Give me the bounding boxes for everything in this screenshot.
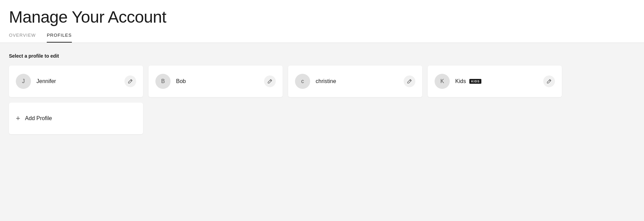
profile-left-bob: B Bob <box>155 74 186 89</box>
pencil-icon <box>547 79 552 84</box>
profile-name-bob: Bob <box>176 78 186 84</box>
edit-button-bob[interactable] <box>264 75 276 87</box>
profile-left-jennifer: J Jennifer <box>16 74 56 89</box>
profile-card-jennifer[interactable]: J Jennifer <box>9 66 143 97</box>
tabs-nav: OVERVIEW PROFILES <box>9 33 635 43</box>
profiles-grid: J Jennifer B Bob <box>9 66 635 97</box>
pencil-icon <box>407 79 412 84</box>
profile-card-christine[interactable]: c christine <box>288 66 422 97</box>
tab-profiles[interactable]: PROFILES <box>47 33 72 43</box>
tab-overview[interactable]: OVERVIEW <box>9 33 36 43</box>
profile-name-christine: christine <box>316 78 336 84</box>
pencil-icon <box>268 79 272 84</box>
profile-left-kids: K Kids KIDS <box>435 74 481 89</box>
avatar-jennifer: J <box>16 74 31 89</box>
add-profile-inner: + Add Profile <box>16 115 52 122</box>
page-header: Manage Your Account OVERVIEW PROFILES <box>0 0 644 43</box>
avatar-christine: c <box>295 74 310 89</box>
profile-left-christine: c christine <box>295 74 336 89</box>
kids-badge: KIDS <box>469 79 481 84</box>
profile-card-bob[interactable]: B Bob <box>149 66 283 97</box>
edit-button-jennifer[interactable] <box>124 75 136 87</box>
page-content: Select a profile to edit J Jennifer B <box>0 43 644 144</box>
edit-button-kids[interactable] <box>543 75 555 87</box>
avatar-kids: K <box>435 74 450 89</box>
add-profile-card[interactable]: + Add Profile <box>9 103 143 134</box>
pencil-icon <box>128 79 133 84</box>
add-profile-label: Add Profile <box>25 115 52 121</box>
profile-name-kids: Kids <box>455 78 466 84</box>
section-label: Select a profile to edit <box>9 53 635 59</box>
plus-icon: + <box>16 115 20 122</box>
profile-card-kids[interactable]: K Kids KIDS <box>428 66 562 97</box>
avatar-bob: B <box>155 74 171 89</box>
edit-button-christine[interactable] <box>404 75 415 87</box>
page-title: Manage Your Account <box>9 8 635 26</box>
profile-name-jennifer: Jennifer <box>36 78 56 84</box>
profile-name-kids-wrapper: Kids KIDS <box>455 78 481 84</box>
